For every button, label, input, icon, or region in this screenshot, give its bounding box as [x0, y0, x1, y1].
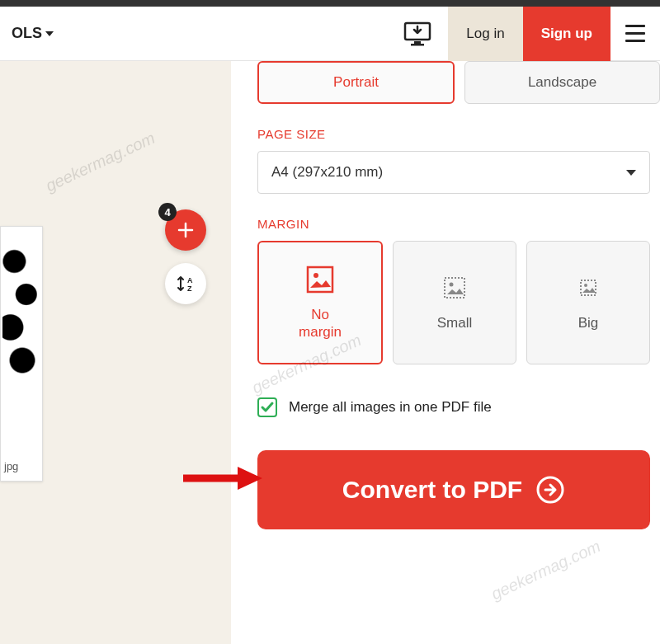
- svg-point-8: [450, 283, 454, 287]
- sort-az-button[interactable]: A Z: [165, 263, 206, 304]
- orientation-landscape-label: Landscape: [528, 74, 596, 91]
- svg-rect-7: [445, 278, 464, 298]
- page-size-value: A4 (297x210 mm): [271, 164, 383, 181]
- margin-no-margin-label: No margin: [299, 306, 342, 341]
- margin-no-margin[interactable]: No margin: [257, 241, 383, 364]
- login-label: Log in: [466, 26, 504, 42]
- chevron-down-icon: [626, 170, 636, 176]
- svg-rect-2: [411, 44, 424, 46]
- convert-to-pdf-button[interactable]: Convert to PDF: [257, 450, 650, 529]
- margin-small-label: Small: [437, 314, 473, 331]
- thumbnails-panel: jpg 4 A Z: [0, 61, 231, 644]
- svg-rect-9: [581, 280, 596, 295]
- margin-big[interactable]: Big: [526, 241, 650, 364]
- login-button[interactable]: Log in: [448, 7, 522, 61]
- image-icon: [440, 273, 469, 303]
- chevron-down-icon: [45, 31, 54, 36]
- image-icon: [573, 273, 603, 303]
- arrow-right-circle-icon: [535, 475, 565, 505]
- desktop-download-icon[interactable]: [387, 21, 448, 46]
- orientation-portrait[interactable]: Portrait: [257, 61, 455, 104]
- signup-button[interactable]: Sign up: [523, 7, 610, 61]
- image-icon: [305, 265, 335, 294]
- tools-menu-label: OLS: [12, 25, 42, 42]
- hamburger-menu[interactable]: [610, 7, 660, 61]
- margin-big-label: Big: [578, 314, 599, 331]
- page-size-select[interactable]: A4 (297x210 mm): [257, 151, 650, 194]
- merge-checkbox[interactable]: [257, 397, 277, 417]
- margin-small[interactable]: Small: [393, 241, 516, 364]
- orientation-landscape[interactable]: Landscape: [464, 61, 660, 104]
- svg-point-6: [314, 273, 318, 278]
- orientation-portrait-label: Portrait: [333, 74, 379, 91]
- image-thumbnail: [2, 228, 42, 393]
- options-panel: Portrait Landscape PAGE SIZE A4 (297x210…: [231, 61, 660, 644]
- svg-rect-1: [414, 41, 421, 44]
- add-images-button[interactable]: 4: [165, 209, 206, 251]
- merge-checkbox-label: Merge all images in one PDF file: [289, 399, 492, 416]
- margin-label: MARGIN: [257, 217, 660, 231]
- sort-az-icon: A Z: [176, 274, 196, 294]
- svg-text:Z: Z: [187, 284, 192, 293]
- image-thumbnail-card[interactable]: jpg: [0, 226, 43, 482]
- convert-button-label: Convert to PDF: [342, 476, 522, 504]
- image-caption: jpg: [4, 460, 18, 472]
- svg-rect-5: [308, 267, 332, 292]
- page-size-label: PAGE SIZE: [257, 127, 660, 141]
- images-count-badge: 4: [158, 203, 177, 221]
- svg-point-10: [584, 284, 587, 287]
- plus-icon: [176, 220, 196, 240]
- check-icon: [260, 400, 275, 415]
- tools-menu[interactable]: OLS: [0, 25, 65, 42]
- signup-label: Sign up: [541, 26, 592, 42]
- svg-text:A: A: [187, 276, 193, 284]
- app-header: OLS Log in Sign up: [0, 7, 660, 61]
